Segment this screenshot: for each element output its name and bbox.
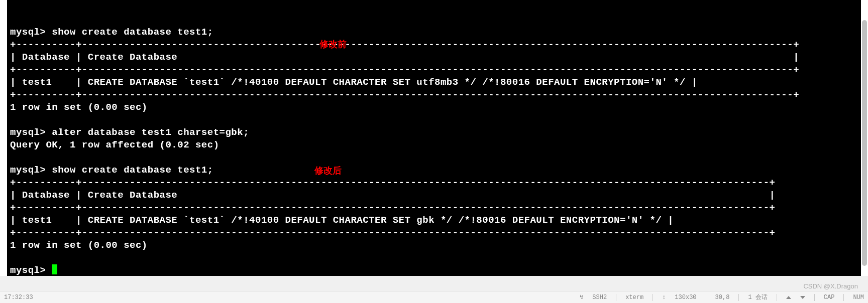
cmd-line: mysql> show create database test1; <box>10 27 213 38</box>
status-proto: SSH2 <box>592 294 607 301</box>
scroll-thumb[interactable] <box>862 20 867 266</box>
table-border: +----------+----------------------------… <box>10 202 775 213</box>
prompt: mysql> <box>10 265 52 276</box>
status-term: xterm <box>625 294 643 301</box>
status-pos: 30,8 <box>715 294 730 301</box>
divider <box>777 294 777 301</box>
arrow-up-icon <box>786 296 791 299</box>
table-header: | Database | Create Database | <box>10 190 775 201</box>
table-border: +----------+----------------------------… <box>10 64 799 75</box>
terminal-window: mysql> show create database test1; +----… <box>7 0 861 276</box>
result-line: Query OK, 1 row affected (0.02 sec) <box>10 139 220 150</box>
table-border: +----------+----------------------------… <box>10 227 775 238</box>
cursor <box>52 264 57 274</box>
divider <box>843 294 844 301</box>
status-num: NUM <box>853 294 864 301</box>
scrollbar-left[interactable] <box>0 0 7 276</box>
table-header: | Database | Create Database | <box>10 52 799 63</box>
result-line: 1 row in set (0.00 sec) <box>10 102 148 113</box>
annotation-before: 修改前 <box>319 38 347 50</box>
divider <box>814 294 815 301</box>
watermark: CSDN @X.Dragon <box>803 282 858 290</box>
table-border: +----------+----------------------------… <box>10 177 775 188</box>
status-bar: 17:32:33 SSH2 xterm 130x30 30,8 1 会话 CAP… <box>0 291 868 303</box>
table-row: | test1 | CREATE DATABASE `test1` /*!401… <box>10 77 698 88</box>
divider <box>738 294 739 301</box>
divider <box>706 294 706 301</box>
scrollbar-right[interactable] <box>861 0 868 276</box>
sort-icon <box>662 294 666 301</box>
cmd-line: mysql> show create database test1; <box>10 165 213 176</box>
table-row: | test1 | CREATE DATABASE `test1` /*!401… <box>10 215 674 226</box>
table-border: +----------+----------------------------… <box>10 39 799 50</box>
status-size: 130x30 <box>675 294 696 301</box>
divider <box>653 294 653 301</box>
status-session: 1 会话 <box>748 293 767 301</box>
status-cap: CAP <box>824 294 835 301</box>
lightning-icon <box>580 293 583 301</box>
arrow-down-icon <box>800 296 805 299</box>
table-border: +----------+----------------------------… <box>10 89 799 100</box>
result-line: 1 row in set (0.00 sec) <box>10 240 148 251</box>
status-time: 17:32:33 <box>4 294 33 301</box>
annotation-after: 修改后 <box>314 165 342 177</box>
divider <box>616 294 616 301</box>
cmd-line: mysql> alter database test1 charset=gbk; <box>10 127 249 138</box>
terminal-output[interactable]: mysql> show create database test1; +----… <box>7 0 861 276</box>
